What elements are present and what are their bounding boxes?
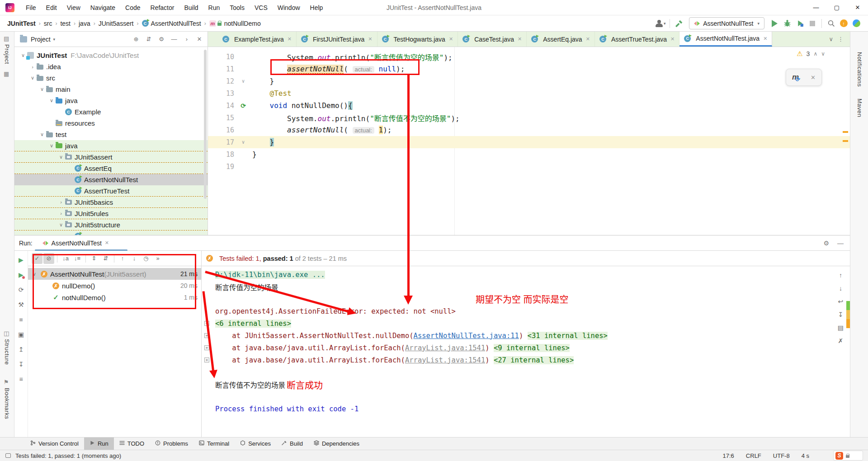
stacktrace-link[interactable]: AssertNotNullTest.java:11 <box>414 332 519 340</box>
tab-asserteq-java[interactable]: CAssertEq.java✕ <box>527 32 595 47</box>
tree-chevron-icon[interactable]: ∨ <box>47 143 56 149</box>
menu-file[interactable]: File <box>21 4 41 11</box>
user-account-icon[interactable]: ▾ <box>654 18 667 29</box>
run-button[interactable] <box>768 18 781 29</box>
tree-chevron-icon[interactable]: ∨ <box>28 75 37 81</box>
close-icon[interactable]: ✕ <box>368 36 372 42</box>
close-button[interactable]: ✕ <box>847 4 868 11</box>
project-panel-title[interactable]: Project <box>31 36 51 43</box>
run-test-gutter-icon[interactable]: ⟳ <box>234 102 252 109</box>
tab-options-icon[interactable]: ⋮ <box>838 36 844 42</box>
tab-firstjunittest-java[interactable]: CFirstJUnitTest.java✕ <box>297 32 377 47</box>
rerun-tests-icon[interactable]: ▶ <box>19 255 24 264</box>
project-tree-scrollbar[interactable] <box>204 50 207 199</box>
menu-vcs[interactable]: VCS <box>250 4 273 11</box>
tree-chevron-icon[interactable]: ∨ <box>38 86 46 92</box>
tool-window-tab-problems[interactable]: Problems <box>150 437 193 450</box>
tree-item-junittest[interactable]: ∨JUnitTestF:\JavaCode\JUnitTest <box>14 50 208 61</box>
expand-fold-icon[interactable]: + <box>202 321 215 326</box>
run-configuration-select[interactable]: AssertNotNullTest ▾ <box>689 17 764 29</box>
maven-reload-icon[interactable]: m <box>792 73 799 82</box>
expand-divider-icon[interactable]: › <box>181 36 192 42</box>
structure-stripe-icon[interactable]: ◫ <box>4 330 9 337</box>
close-icon[interactable]: ✕ <box>670 36 675 42</box>
close-icon[interactable]: ✕ <box>288 36 292 42</box>
tree-chevron-icon[interactable]: ∨ <box>31 271 38 277</box>
input-method-widget[interactable]: S <box>833 451 863 461</box>
tree-item-java[interactable]: ∨java <box>14 95 208 106</box>
fold-marker-icon[interactable]: ∨ <box>234 78 252 84</box>
chevron-down-icon[interactable]: ▾ <box>53 37 56 42</box>
close-icon[interactable]: ✕ <box>449 36 453 42</box>
stripe-notifications[interactable]: Notifications <box>856 52 863 87</box>
tree-item-test[interactable]: ∨test <box>14 129 208 140</box>
expand-fold-icon[interactable]: + <box>202 333 215 338</box>
show-passed-icon[interactable]: ✓ <box>32 253 42 264</box>
show-ignored-icon[interactable]: ⊘ <box>43 253 54 264</box>
tree-chevron-icon[interactable]: ∨ <box>38 132 46 137</box>
tool-window-tab-dependencies[interactable]: Dependencies <box>308 437 365 450</box>
caret-position[interactable]: 17:6 <box>723 452 734 459</box>
line-ending[interactable]: CRLF <box>746 452 761 459</box>
breadcrumb-junittest[interactable]: JUnitTest <box>7 20 36 27</box>
rerun-failed-tests-icon[interactable]: ▶ <box>19 270 24 279</box>
print-icon[interactable]: ▤ <box>838 324 844 331</box>
expand-all-icon[interactable]: ⇕ <box>89 253 99 264</box>
tool-window-tab-todo[interactable]: TODO <box>114 437 150 450</box>
settings-icon[interactable]: ⚙ <box>156 36 167 42</box>
tree-item-junit5structure[interactable]: ∨JUnit5structure <box>14 219 208 230</box>
tool-window-tab-run[interactable]: Run <box>84 437 114 450</box>
import-test-results-icon[interactable]: ↥ <box>19 345 24 354</box>
maximize-button[interactable]: ▢ <box>826 4 847 11</box>
menu-run[interactable]: Run <box>203 4 225 11</box>
breadcrumb-src[interactable]: src <box>44 20 52 27</box>
stripe-bookmarks[interactable]: Bookmarks <box>4 388 10 419</box>
test-row-notnulldemo[interactable]: ✓notNullDemo()1 ms <box>28 292 201 303</box>
tree-item-junit5basics[interactable]: ›JUnit5basics <box>14 197 208 208</box>
tree-item-asserteq[interactable]: CAssertEq <box>14 163 208 174</box>
run-tab[interactable]: AssertNotNullTest ✕ <box>42 240 109 247</box>
stop-process-icon[interactable]: ■ <box>19 315 23 324</box>
clear-all-icon[interactable]: ✗ <box>838 337 844 344</box>
tree-item-junit5assert[interactable]: ∨JUnit5assert <box>14 151 208 163</box>
tree-item-example[interactable]: CExample <box>14 106 208 118</box>
sort-alphabetically-icon[interactable]: ↓a <box>60 253 71 264</box>
hide-panel-icon[interactable]: — <box>837 240 844 247</box>
tree-item-src[interactable]: ∨src <box>14 72 208 84</box>
tab-exampletest-java[interactable]: CExampleTest.java✕ <box>218 32 297 47</box>
search-everywhere-icon[interactable] <box>825 18 837 29</box>
menu-window[interactable]: Window <box>273 4 305 11</box>
pin-tab-icon[interactable]: ≡ <box>19 375 23 384</box>
tree-chevron-icon[interactable]: ∨ <box>57 154 65 160</box>
stripe-maven[interactable]: Maven <box>856 99 863 118</box>
menu-navigate[interactable]: Navigate <box>85 4 120 11</box>
close-icon[interactable]: ✕ <box>763 36 767 42</box>
export-test-results-icon[interactable]: ↧ <box>19 360 24 369</box>
breadcrumb-assertnotnulltest[interactable]: AssertNotNullTest <box>151 20 201 27</box>
tree-item-junit5rules[interactable]: ›JUnit5rules <box>14 208 208 219</box>
stop-button[interactable] <box>806 18 819 29</box>
tree-item-idea[interactable]: ›.idea <box>14 61 208 72</box>
tree-item-java[interactable]: ∨java <box>14 140 208 151</box>
breadcrumb-java[interactable]: java <box>79 20 90 27</box>
tree-chevron-icon[interactable]: ∨ <box>57 222 65 228</box>
select-opened-file-icon[interactable]: ⊕ <box>131 36 142 42</box>
fold-marker-icon[interactable]: ∨ <box>234 139 252 145</box>
stacktrace-link[interactable]: ArrayList.java:1541 <box>405 356 485 364</box>
maven-reload-popup[interactable]: m ✕ <box>786 69 822 86</box>
sort-by-duration-icon[interactable]: ↓≡ <box>72 253 83 264</box>
stripe-project[interactable]: Project <box>4 44 10 64</box>
test-history-icon[interactable]: ◷ <box>141 253 151 264</box>
settings-gear-icon[interactable]: ⚙ <box>823 240 829 247</box>
prev-warning-icon[interactable]: ∧ <box>813 51 817 57</box>
breadcrumb-notnulldemo[interactable]: notNullDemo <box>224 20 261 27</box>
menu-view[interactable]: View <box>62 4 85 11</box>
stripe-structure[interactable]: Structure <box>4 339 10 365</box>
menu-tools[interactable]: Tools <box>225 4 250 11</box>
scroll-up-icon[interactable]: ↑ <box>839 272 842 279</box>
scroll-to-end-icon[interactable]: ↧ <box>838 311 844 318</box>
tab-assertnotnulltest-java[interactable]: CAssertNotNullTest.java✕ <box>679 32 772 47</box>
collapse-all-icon[interactable]: ⇵ <box>100 253 111 264</box>
tab-casetest-java[interactable]: CCaseTest.java✕ <box>458 32 527 47</box>
tree-item-assertnotnulltest[interactable]: CAssertNotNullTest <box>14 174 208 185</box>
